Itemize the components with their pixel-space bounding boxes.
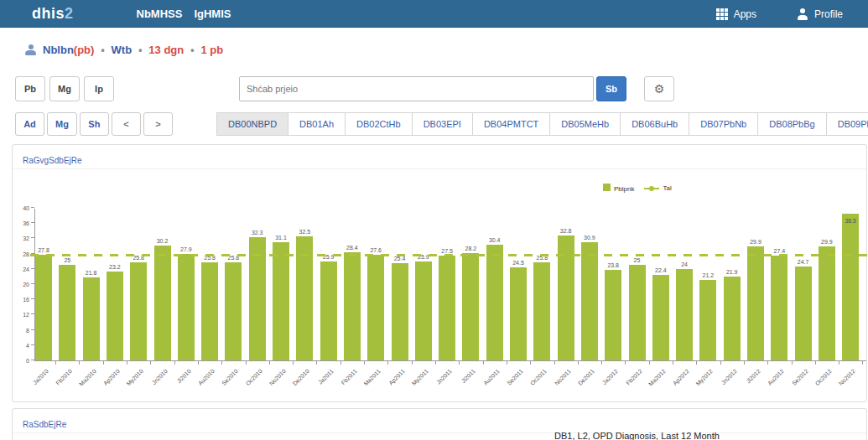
apps-button[interactable]: Apps bbox=[716, 8, 756, 20]
dashboard-tab-db09pbbs[interactable]: DB09PbBs bbox=[826, 112, 868, 136]
x-axis-tick bbox=[649, 361, 650, 365]
chart-bar[interactable] bbox=[392, 263, 408, 360]
owner-suffix: (pb) bbox=[74, 44, 95, 56]
chart-bar[interactable] bbox=[35, 255, 52, 361]
chart-bar[interactable] bbox=[486, 245, 503, 360]
x-axis-tick bbox=[316, 361, 317, 365]
tab-control-mg[interactable]: Mg bbox=[47, 112, 77, 136]
x-axis-tick bbox=[625, 361, 626, 365]
settings-button[interactable]: ⚙ bbox=[644, 76, 674, 101]
dhis2-logo[interactable]: dhis2 bbox=[32, 5, 74, 23]
chart-bar[interactable] bbox=[178, 254, 195, 360]
bar-value-label: 30.4 bbox=[482, 237, 507, 243]
dashboard-tab-db01ah[interactable]: DB01Ah bbox=[288, 112, 345, 136]
target-dashed-line bbox=[30, 254, 868, 256]
y-axis-label: 20 bbox=[13, 282, 29, 287]
profile-button[interactable]: Profile bbox=[797, 8, 843, 20]
dashboard-tab-db08pbbg[interactable]: DB08PbBg bbox=[757, 112, 825, 136]
bar-value-label: 32.3 bbox=[245, 230, 270, 236]
legend-bar-swatch-icon bbox=[603, 184, 611, 191]
chart-bar[interactable] bbox=[154, 246, 171, 360]
chart-bar[interactable] bbox=[320, 261, 337, 360]
chart-bar[interactable] bbox=[605, 270, 621, 360]
bar-value-label: 25 bbox=[55, 257, 80, 263]
chart-bar[interactable] bbox=[795, 267, 812, 360]
bottom-panel-link[interactable]: RaSdbEjRe bbox=[23, 420, 66, 429]
y-axis-tick bbox=[31, 207, 34, 208]
chart-bar[interactable] bbox=[533, 262, 550, 360]
x-axis-tick bbox=[198, 361, 199, 365]
separator-dot: • bbox=[101, 44, 104, 56]
chart-bar[interactable] bbox=[201, 262, 218, 360]
chart-bar[interactable] bbox=[629, 265, 646, 360]
bar-value-label: 21.2 bbox=[695, 272, 720, 278]
x-axis-tick bbox=[269, 361, 270, 365]
y-axis-tick bbox=[31, 283, 34, 284]
tab-control-sh[interactable]: Sh bbox=[80, 112, 109, 136]
x-axis-tick bbox=[221, 361, 222, 365]
y-axis-tick bbox=[31, 298, 34, 299]
chart-bar[interactable] bbox=[819, 246, 835, 360]
chart-bar[interactable] bbox=[344, 252, 361, 360]
x-axis-tick bbox=[127, 361, 127, 365]
shared-link[interactable]: Wtb bbox=[112, 44, 133, 56]
dashboard-tab-db05mehb[interactable]: DB05MeHb bbox=[549, 112, 620, 136]
owner-name-link[interactable]: Nblbn bbox=[43, 44, 74, 56]
dashboard-tab-db03epi[interactable]: DB03EPI bbox=[412, 112, 472, 136]
chart-bar[interactable] bbox=[510, 267, 527, 361]
chart-bar[interactable] bbox=[225, 262, 242, 360]
tab-control-ad[interactable]: Ad bbox=[15, 112, 44, 136]
logo-text: dhis bbox=[32, 5, 65, 22]
tab-control-next[interactable]: > bbox=[143, 112, 173, 136]
chart-bar[interactable] bbox=[676, 269, 693, 360]
chart-bar[interactable] bbox=[699, 280, 716, 361]
dashboard-tab-db00nbpd[interactable]: DB00NBPD bbox=[216, 112, 288, 136]
chart-bar[interactable] bbox=[83, 277, 100, 360]
chart-bar[interactable] bbox=[107, 272, 123, 360]
chart-bar[interactable] bbox=[771, 256, 787, 360]
x-axis-tick bbox=[507, 361, 507, 365]
chart-bar[interactable] bbox=[581, 242, 598, 360]
x-axis-tick bbox=[839, 361, 839, 365]
x-axis-tick bbox=[435, 361, 436, 365]
gear-icon: ⚙ bbox=[654, 82, 665, 96]
chart-bar[interactable] bbox=[439, 256, 455, 360]
search-button[interactable]: Sb bbox=[596, 76, 626, 101]
chart-bar[interactable] bbox=[842, 214, 859, 360]
toolbar-button-pb[interactable]: Pb bbox=[15, 76, 45, 101]
chart-panel-link[interactable]: RaGvgSdbEjRe bbox=[23, 156, 82, 165]
chart-bar[interactable] bbox=[367, 255, 384, 360]
bar-value-label: 28.4 bbox=[340, 245, 365, 251]
chart-bar[interactable] bbox=[462, 253, 479, 360]
bottom-panel: RaSdbEjRe DB1, L2, OPD Diagnosis, Last 1… bbox=[12, 408, 867, 440]
chart-bar[interactable] bbox=[273, 242, 289, 361]
nav-menu-item-1[interactable]: NbMHSS bbox=[137, 8, 183, 20]
toolbar-button-mg[interactable]: Mg bbox=[49, 76, 80, 101]
bar-value-label: 21.8 bbox=[79, 270, 104, 276]
bar-value-label: 27.9 bbox=[174, 246, 199, 252]
y-axis-label: 16 bbox=[13, 297, 29, 303]
stat-days: 13 dgn bbox=[148, 44, 184, 56]
x-axis-tick bbox=[554, 361, 555, 365]
dashboard-tab-db04pmtct[interactable]: DB04PMTCT bbox=[472, 112, 549, 136]
search-input[interactable] bbox=[239, 76, 594, 101]
y-axis-tick bbox=[31, 313, 34, 314]
chart-bar[interactable] bbox=[130, 262, 147, 360]
chart-bar[interactable] bbox=[415, 261, 432, 360]
dashboard-tab-db02cthb[interactable]: DB02CtHb bbox=[345, 112, 412, 136]
bar-value-label: 27.6 bbox=[363, 247, 388, 253]
x-axis-tick bbox=[578, 361, 579, 365]
chart-bar[interactable] bbox=[652, 275, 669, 360]
nav-menu-item-2[interactable]: IgHMIS bbox=[194, 8, 231, 20]
chart-bar[interactable] bbox=[747, 246, 764, 360]
x-axis-tick bbox=[340, 361, 341, 365]
dashboard-tab-db07pbnb[interactable]: DB07PbNb bbox=[689, 112, 757, 136]
bar-value-label: 30.2 bbox=[150, 238, 175, 244]
tab-control-prev[interactable]: < bbox=[112, 112, 141, 136]
dashboard-tab-db06buhb[interactable]: DB06BuHb bbox=[620, 112, 689, 136]
x-axis-tick bbox=[364, 361, 365, 365]
chart-bar[interactable] bbox=[59, 265, 75, 360]
legend-item-series: Pblpnk bbox=[603, 184, 634, 193]
chart-bar[interactable] bbox=[724, 277, 741, 360]
toolbar-button-ip[interactable]: Ip bbox=[84, 76, 114, 101]
